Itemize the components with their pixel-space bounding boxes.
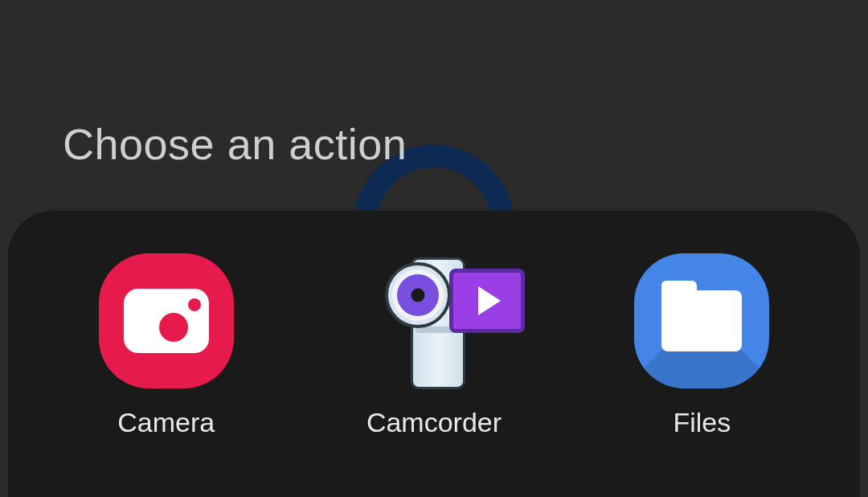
sheet-title: Choose an action [63,119,407,169]
action-label: Files [673,407,731,438]
action-label: Camera [117,407,215,438]
action-sheet: Camera Camcorder Files [8,211,860,497]
camcorder-icon [366,253,502,389]
action-label: Camcorder [366,407,502,438]
action-files[interactable]: Files [581,253,822,497]
files-icon [633,253,770,389]
action-camera[interactable]: Camera [46,253,287,497]
action-camcorder[interactable]: Camcorder [313,253,555,497]
camera-icon [98,253,235,389]
